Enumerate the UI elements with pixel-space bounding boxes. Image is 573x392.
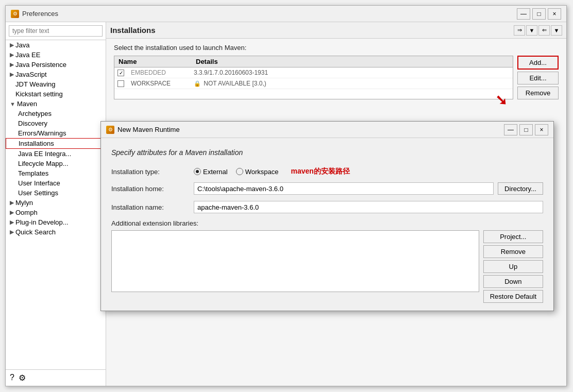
sidebar-item-label: Templates — [18, 169, 48, 177]
sidebar-item-templates[interactable]: Templates — [6, 168, 106, 178]
close-button[interactable]: × — [548, 8, 561, 20]
expand-arrow: ▶ — [10, 52, 14, 58]
expand-arrow: ▶ — [10, 42, 14, 48]
nav-back-dropdown-button[interactable]: ▼ — [551, 25, 562, 36]
minimize-button[interactable]: — — [517, 8, 530, 20]
tree-area[interactable]: ▶ Java ▶ Java EE ▶ Java Persistence ▶ Ja… — [6, 40, 106, 369]
radio-external-option[interactable]: External — [194, 168, 228, 176]
sidebar-item-java-ee-integration[interactable]: Java EE Integra... — [6, 149, 106, 159]
table-header: Name Details — [114, 56, 513, 67]
nav-forward-button[interactable]: ⇒ — [514, 25, 525, 36]
installation-name-label: Installation name: — [111, 203, 194, 211]
dialog-titlebar: ⚙ New Maven Runtime — □ × — [101, 122, 553, 138]
ext-libraries-label: Additional extension libraries: — [111, 219, 543, 227]
filter-input[interactable] — [9, 25, 103, 37]
col-details-header: Details — [192, 58, 513, 65]
checkbox-icon — [117, 80, 124, 87]
ext-down-button[interactable]: Down — [483, 275, 543, 288]
ext-area: Project... Remove Up Down Restore Defaul… — [111, 230, 543, 303]
col-name-header: Name — [114, 58, 192, 65]
nav-back-button[interactable]: ⇐ — [538, 25, 550, 36]
sidebar-item-label: Discovery — [18, 120, 47, 127]
row-details: 🔒 NOT AVAILABLE [3.0,) — [192, 80, 513, 87]
installations-table: Name Details ✓ EMBEDDED 3.3.9/1.7.0.2016… — [114, 56, 513, 99]
installation-name-input[interactable] — [194, 201, 543, 213]
panel-toolbar: Installations ⇒ ▼ ⇐ ▼ — [106, 22, 566, 39]
edit-button[interactable]: Edit... — [517, 72, 559, 84]
expand-arrow: ▶ — [10, 229, 14, 235]
installation-name-row: Installation name: — [111, 201, 543, 213]
installation-home-content: Directory... — [194, 182, 543, 195]
sidebar-bottom: ? ⚙ — [6, 369, 106, 386]
ext-restore-button[interactable]: Restore Default — [483, 290, 543, 303]
sidebar-item-mylyn[interactable]: ▶ Mylyn — [6, 198, 106, 208]
sidebar-item-archetypes[interactable]: Archetypes — [6, 109, 106, 118]
nav-buttons: ⇒ ▼ ⇐ ▼ — [514, 25, 562, 36]
sidebar-item-maven[interactable]: ▼ Maven — [6, 99, 106, 109]
sidebar-item-kickstart[interactable]: ▶ Kickstart setting — [6, 89, 106, 99]
dialog-maximize-button[interactable]: □ — [519, 124, 533, 135]
sidebar-item-label: Java EE Integra... — [18, 150, 71, 158]
sidebar-item-errors[interactable]: Errors/Warnings — [6, 128, 106, 138]
sidebar-item-quick-search[interactable]: ▶ Quick Search — [6, 227, 106, 237]
remove-button[interactable]: Remove — [517, 87, 559, 99]
sidebar-item-oomph[interactable]: ▶ Oomph — [6, 208, 106, 217]
sidebar-item-user-interface[interactable]: User Interface — [6, 178, 106, 188]
minimize-icon: — — [520, 10, 527, 18]
sidebar-item-installations[interactable]: Installations — [6, 138, 106, 149]
checkbox-cell[interactable]: ✓ — [114, 70, 129, 76]
expand-arrow: ▶ — [10, 71, 14, 78]
panel-title: Installations — [110, 26, 156, 35]
help-icon[interactable]: ? — [10, 373, 14, 383]
dialog-close-button[interactable]: × — [535, 124, 548, 135]
installation-home-input[interactable] — [194, 182, 494, 195]
sidebar-item-plugin-dev[interactable]: ▶ Plug-in Develop... — [6, 217, 106, 227]
installation-type-row: Installation type: External Workspace ma… — [111, 167, 543, 176]
installation-type-content: External Workspace maven的安装路径 — [194, 167, 543, 176]
table-row[interactable]: WORKSPACE 🔒 NOT AVAILABLE [3.0,) — [114, 78, 513, 89]
sidebar-item-javascript[interactable]: ▶ JavaScript — [6, 70, 106, 79]
sidebar-item-label: Lifecycle Mapp... — [18, 160, 69, 167]
nav-dropdown-button[interactable]: ▼ — [526, 25, 537, 36]
sidebar-item-jdt-weaving[interactable]: ▶ JDT Weaving — [6, 79, 106, 89]
radio-external-circle — [194, 168, 201, 175]
table-row[interactable]: ✓ EMBEDDED 3.3.9/1.7.0.20160603-1931 — [114, 67, 513, 78]
filter-box — [6, 22, 106, 40]
sidebar-item-java[interactable]: ▶ Java — [6, 40, 106, 50]
dialog-minimize-button[interactable]: — — [504, 124, 517, 135]
directory-button[interactable]: Directory... — [498, 182, 543, 195]
sidebar-item-label: Errors/Warnings — [18, 129, 66, 137]
ext-up-button[interactable]: Up — [483, 260, 543, 273]
sidebar-item-discovery[interactable]: Discovery — [6, 118, 106, 128]
sidebar-item-label: Oomph — [15, 209, 38, 216]
ext-remove-button[interactable]: Remove — [483, 245, 543, 258]
settings-icon[interactable]: ⚙ — [19, 373, 26, 383]
sidebar-item-label: Archetypes — [18, 110, 52, 117]
sidebar-item-label: JavaScript — [15, 71, 47, 78]
lock-icon: 🔒 — [194, 80, 201, 87]
sidebar-item-lifecycle[interactable]: Lifecycle Mapp... — [6, 159, 106, 168]
expand-arrow: ▶ — [10, 219, 14, 226]
sidebar-item-java-ee[interactable]: ▶ Java EE — [6, 50, 106, 60]
ext-list[interactable] — [111, 230, 479, 292]
checkbox-icon: ✓ — [117, 70, 124, 76]
close-icon: × — [552, 10, 556, 18]
app-icon: ⚙ — [11, 10, 19, 18]
sidebar-item-java-persistence[interactable]: ▶ Java Persistence — [6, 60, 106, 70]
radio-external-label: External — [203, 168, 228, 176]
installation-type-label: Installation type: — [111, 168, 194, 176]
sidebar: ▶ Java ▶ Java EE ▶ Java Persistence ▶ Ja… — [6, 22, 106, 386]
dialog-app-icon: ⚙ — [106, 126, 114, 134]
radio-workspace-option[interactable]: Workspace — [236, 168, 279, 176]
sidebar-item-label: Installations — [19, 140, 54, 147]
checkbox-cell[interactable] — [114, 80, 129, 87]
radio-group: External Workspace — [194, 168, 279, 176]
maximize-icon: □ — [524, 126, 528, 133]
ext-project-button[interactable]: Project... — [483, 230, 543, 243]
maximize-button[interactable]: □ — [532, 8, 546, 20]
sidebar-item-label: Plug-in Develop... — [15, 218, 69, 226]
sidebar-item-label: Java — [15, 41, 29, 49]
sidebar-item-user-settings[interactable]: User Settings — [6, 188, 106, 198]
maximize-icon: □ — [537, 10, 541, 18]
add-button[interactable]: Add... — [517, 56, 559, 70]
